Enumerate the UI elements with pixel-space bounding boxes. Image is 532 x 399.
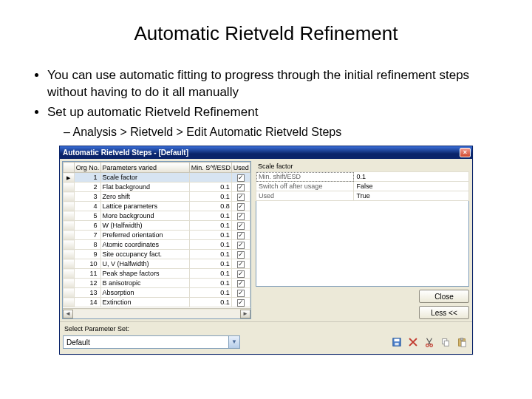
table-row[interactable]: 11Peak shape factors0.1	[64, 269, 250, 279]
cell-org: 10	[74, 259, 100, 269]
paramset-combo[interactable]: Default ▼	[63, 335, 240, 349]
checkbox-icon[interactable]	[237, 203, 245, 211]
table-row[interactable]: 10U, V (Halfwidth)0.1	[64, 259, 250, 269]
cell-used[interactable]	[231, 298, 250, 307]
cell-min: 0.1	[189, 183, 231, 192]
cell-param: More background	[100, 211, 189, 221]
checkbox-icon[interactable]	[237, 232, 245, 239]
checkbox-icon[interactable]	[237, 222, 245, 230]
svg-rect-2	[395, 343, 398, 346]
row-selector[interactable]	[64, 183, 75, 192]
table-row[interactable]: 14Extinction0.1	[64, 298, 250, 307]
cell-min	[189, 173, 231, 183]
checkbox-icon[interactable]	[237, 194, 245, 201]
table-row[interactable]: 4Lattice parameters0.8	[64, 202, 250, 211]
cell-min: 0.1	[189, 259, 231, 269]
row-selector[interactable]	[64, 192, 75, 202]
checkbox-icon[interactable]	[237, 280, 245, 287]
row-selector[interactable]	[64, 211, 75, 221]
detail-min-val[interactable]: 0.1	[354, 172, 469, 182]
cell-used[interactable]	[231, 211, 250, 221]
col-min[interactable]: Min. S^f/ESD	[189, 163, 231, 173]
copy-icon[interactable]	[438, 335, 453, 349]
col-org[interactable]: Org No.	[74, 163, 100, 173]
col-param[interactable]: Parameters varied	[100, 163, 189, 173]
cell-used[interactable]	[231, 173, 250, 183]
detail-used-val[interactable]: True	[354, 191, 469, 201]
row-selector[interactable]	[64, 298, 75, 307]
row-selector[interactable]	[64, 269, 75, 279]
cell-used[interactable]	[231, 192, 250, 202]
svg-rect-6	[444, 341, 449, 347]
paramset-value: Default	[66, 338, 90, 347]
chevron-down-icon[interactable]: ▼	[228, 336, 239, 348]
less-button[interactable]: Less <<	[419, 306, 469, 319]
checkbox-icon[interactable]	[237, 299, 245, 307]
scroll-right-icon[interactable]: ►	[240, 310, 250, 318]
row-selector[interactable]	[64, 221, 75, 231]
cell-min: 0.1	[189, 250, 231, 259]
close-button[interactable]: Close	[419, 290, 469, 303]
titlebar[interactable]: Automatic Rietveld Steps - [Default] ×	[60, 146, 472, 159]
cell-used[interactable]	[231, 231, 250, 240]
cell-used[interactable]	[231, 259, 250, 269]
checkbox-icon[interactable]	[237, 261, 245, 268]
row-selector[interactable]	[64, 240, 75, 250]
checkbox-icon[interactable]	[237, 251, 245, 259]
row-selector[interactable]	[64, 202, 75, 211]
cell-org: 14	[74, 298, 100, 307]
svg-point-3	[426, 344, 429, 347]
cell-used[interactable]	[231, 279, 250, 288]
table-row[interactable]: 7Preferred orientation0.1	[64, 231, 250, 240]
row-selector[interactable]	[64, 279, 75, 288]
cell-used[interactable]	[231, 250, 250, 259]
cell-org: 4	[74, 202, 100, 211]
cell-min: 0.1	[189, 231, 231, 240]
cell-param: B anisotropic	[100, 279, 189, 288]
detail-grid[interactable]: Min. shift/ESD 0.1 Switch off after usag…	[256, 171, 469, 201]
cell-used[interactable]	[231, 221, 250, 231]
cell-used[interactable]	[231, 288, 250, 298]
cell-used[interactable]	[231, 183, 250, 192]
table-row[interactable]: 1Scale factor	[64, 173, 250, 183]
steps-grid[interactable]: Org No. Parameters varied Min. S^f/ESD U…	[62, 161, 251, 319]
table-row[interactable]: 8Atomic coordinates0.1	[64, 240, 250, 250]
checkbox-icon[interactable]	[237, 184, 245, 191]
row-selector[interactable]	[64, 288, 75, 298]
bullet-1: You can use automatic fitting to progres…	[47, 67, 502, 101]
checkbox-icon[interactable]	[237, 242, 245, 249]
detail-switch-key: Switch off after usage	[256, 182, 354, 191]
checkbox-icon[interactable]	[237, 290, 245, 297]
table-row[interactable]: 2Flat background0.1	[64, 183, 250, 192]
table-row[interactable]: 9Site occupancy fact.0.1	[64, 250, 250, 259]
cell-param: Peak shape factors	[100, 269, 189, 279]
cut-icon[interactable]	[422, 335, 437, 349]
paste-icon[interactable]	[454, 335, 469, 349]
cell-used[interactable]	[231, 269, 250, 279]
checkbox-icon[interactable]	[237, 174, 245, 182]
row-selector[interactable]	[64, 173, 75, 183]
detail-min-key: Min. shift/ESD	[256, 172, 354, 182]
scroll-left-icon[interactable]: ◄	[63, 310, 73, 318]
row-selector[interactable]	[64, 250, 75, 259]
cell-used[interactable]	[231, 240, 250, 250]
window-title: Automatic Rietveld Steps - [Default]	[63, 149, 188, 157]
delete-icon[interactable]	[406, 335, 420, 349]
table-row[interactable]: 12B anisotropic0.1	[64, 279, 250, 288]
row-selector[interactable]	[64, 231, 75, 240]
checkbox-icon[interactable]	[237, 270, 245, 278]
save-icon[interactable]	[389, 335, 404, 349]
cell-org: 13	[74, 288, 100, 298]
close-icon[interactable]: ×	[460, 148, 471, 157]
checkbox-icon[interactable]	[237, 213, 245, 220]
table-row[interactable]: 5More background0.1	[64, 211, 250, 221]
col-used[interactable]: Used	[231, 163, 250, 173]
table-row[interactable]: 13Absorption0.1	[64, 288, 250, 298]
table-row[interactable]: 6W (Halfwidth)0.1	[64, 221, 250, 231]
row-selector[interactable]	[64, 259, 75, 269]
cell-min: 0.1	[189, 240, 231, 250]
table-row[interactable]: 3Zero shift0.1	[64, 192, 250, 202]
detail-switch-val[interactable]: False	[354, 182, 469, 191]
cell-used[interactable]	[231, 202, 250, 211]
horizontal-scrollbar[interactable]: ◄ ►	[63, 308, 250, 318]
